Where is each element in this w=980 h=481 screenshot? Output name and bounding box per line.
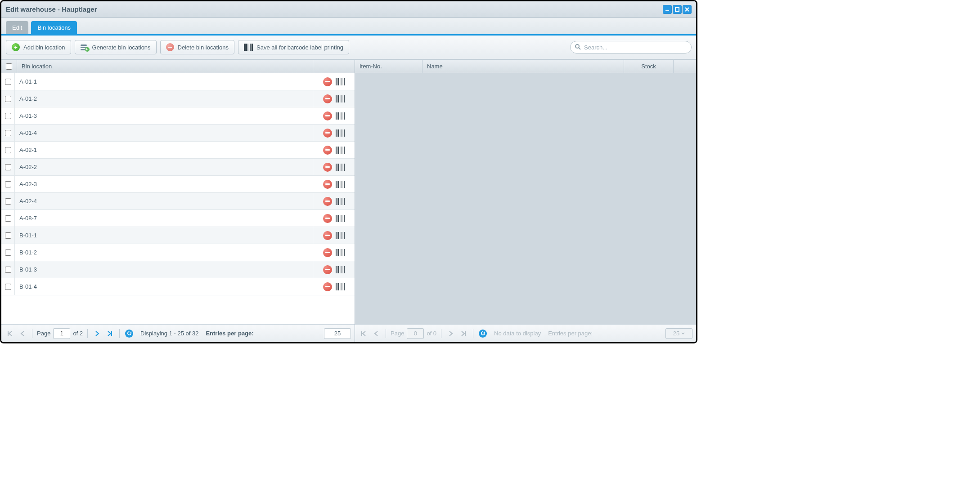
refresh-button[interactable] — [124, 329, 134, 338]
grid-header: Bin location — [1, 60, 355, 73]
header-stock[interactable]: Stock — [624, 60, 674, 73]
table-row[interactable]: B-01-4 — [1, 278, 355, 295]
barcode-icon[interactable] — [336, 283, 345, 290]
row-checkbox[interactable] — [5, 267, 11, 273]
table-row[interactable]: A-02-4 — [1, 193, 355, 210]
barcode-icon[interactable] — [336, 232, 345, 239]
table-row[interactable]: A-01-3 — [1, 107, 355, 125]
barcode-icon[interactable] — [336, 95, 345, 102]
row-checkbox[interactable] — [5, 181, 11, 187]
separator — [32, 329, 32, 338]
bin-location-name: A-01-2 — [15, 90, 313, 107]
row-checkbox[interactable] — [5, 198, 11, 205]
tab-edit[interactable]: Edit — [6, 21, 28, 34]
barcode-icon[interactable] — [336, 78, 345, 85]
delete-row-button[interactable] — [323, 265, 332, 274]
row-checkbox[interactable] — [5, 147, 11, 153]
table-row[interactable]: A-02-2 — [1, 159, 355, 176]
separator — [87, 329, 88, 338]
display-info: No data to display — [494, 330, 541, 337]
items-grid: Item-No. Name Stock Page of 0 — [355, 60, 696, 342]
table-row[interactable]: A-01-1 — [1, 73, 355, 90]
row-checkbox[interactable] — [5, 215, 11, 222]
minimize-button[interactable] — [663, 5, 672, 14]
last-page-button[interactable] — [105, 329, 115, 338]
barcode-icon[interactable] — [336, 215, 345, 222]
row-checkbox[interactable] — [5, 164, 11, 170]
prev-page-button[interactable] — [18, 329, 27, 338]
entries-per-page-select[interactable]: 25 — [665, 328, 692, 339]
next-page-button[interactable] — [446, 329, 456, 338]
row-checkbox[interactable] — [5, 96, 11, 102]
page-input[interactable] — [53, 328, 70, 339]
header-checkbox-cell — [1, 60, 17, 73]
barcode-icon[interactable] — [336, 198, 345, 205]
delete-row-button[interactable] — [323, 94, 332, 103]
table-row[interactable]: A-02-3 — [1, 176, 355, 193]
header-name[interactable]: Name — [423, 60, 624, 73]
header-item-no[interactable]: Item-No. — [355, 60, 423, 73]
delete-bin-locations-button[interactable]: Delete bin locations — [160, 40, 234, 54]
grid-header: Item-No. Name Stock — [355, 60, 696, 73]
barcode-icon[interactable] — [336, 164, 345, 171]
row-checkbox[interactable] — [5, 79, 11, 85]
row-checkbox[interactable] — [5, 249, 11, 256]
barcode-icon[interactable] — [336, 266, 345, 273]
delete-row-button[interactable] — [323, 77, 332, 86]
refresh-icon — [125, 330, 133, 338]
row-checkbox[interactable] — [5, 113, 11, 119]
header-actions — [313, 60, 355, 73]
header-spacer — [674, 60, 696, 73]
search-input[interactable] — [570, 41, 692, 53]
bin-location-name: B-01-2 — [15, 244, 313, 261]
delete-row-button[interactable] — [323, 214, 332, 223]
delete-row-button[interactable] — [323, 163, 332, 172]
delete-row-button[interactable] — [323, 197, 332, 206]
delete-row-button[interactable] — [323, 248, 332, 257]
save-barcode-label-button[interactable]: Save all for barcode label printing — [238, 40, 349, 54]
page-of: of 2 — [73, 330, 83, 337]
table-row[interactable]: B-01-3 — [1, 261, 355, 278]
barcode-icon[interactable] — [336, 249, 345, 256]
last-page-button[interactable] — [459, 329, 468, 338]
row-checkbox[interactable] — [5, 130, 11, 136]
delete-row-button[interactable] — [323, 282, 332, 291]
table-row[interactable]: A-01-2 — [1, 90, 355, 107]
tab-strip: Edit Bin locations — [1, 18, 696, 36]
row-checkbox[interactable] — [5, 284, 11, 290]
header-bin-location[interactable]: Bin location — [17, 60, 313, 73]
refresh-button[interactable] — [478, 329, 488, 338]
barcode-icon[interactable] — [336, 147, 345, 154]
select-all-checkbox[interactable] — [6, 63, 12, 70]
close-button[interactable] — [683, 5, 692, 14]
maximize-button[interactable] — [673, 5, 682, 14]
table-row[interactable]: B-01-2 — [1, 244, 355, 261]
delete-row-button[interactable] — [323, 180, 332, 189]
entries-per-page-select[interactable]: 25 — [324, 328, 351, 339]
delete-row-button[interactable] — [323, 231, 332, 240]
table-row[interactable]: B-01-1 — [1, 227, 355, 244]
tab-bin-locations[interactable]: Bin locations — [31, 21, 77, 34]
row-actions — [313, 129, 355, 138]
delete-row-button[interactable] — [323, 146, 332, 155]
barcode-icon[interactable] — [336, 112, 345, 120]
table-row[interactable]: A-01-4 — [1, 125, 355, 142]
table-row[interactable]: A-02-1 — [1, 142, 355, 159]
row-checkbox-cell — [1, 73, 15, 90]
add-bin-location-button[interactable]: + Add bin location — [6, 40, 71, 54]
row-actions — [313, 146, 355, 155]
barcode-icon[interactable] — [336, 129, 345, 137]
generate-bin-locations-button[interactable]: + Generate bin locations — [75, 40, 157, 54]
paging-toolbar-right: Page of 0 No data to display Entries p — [355, 324, 696, 342]
first-page-button[interactable] — [359, 329, 369, 338]
barcode-icon[interactable] — [336, 181, 345, 188]
paging-toolbar-left: Page of 2 Displaying 1 - 25 of 32 Entr — [1, 324, 355, 342]
first-page-button[interactable] — [5, 329, 15, 338]
delete-row-button[interactable] — [323, 129, 332, 138]
delete-row-button[interactable] — [323, 111, 332, 120]
next-page-button[interactable] — [92, 329, 102, 338]
row-checkbox[interactable] — [5, 232, 11, 239]
table-row[interactable]: A-08-7 — [1, 210, 355, 227]
prev-page-button[interactable] — [371, 329, 381, 338]
svg-rect-0 — [665, 10, 669, 11]
